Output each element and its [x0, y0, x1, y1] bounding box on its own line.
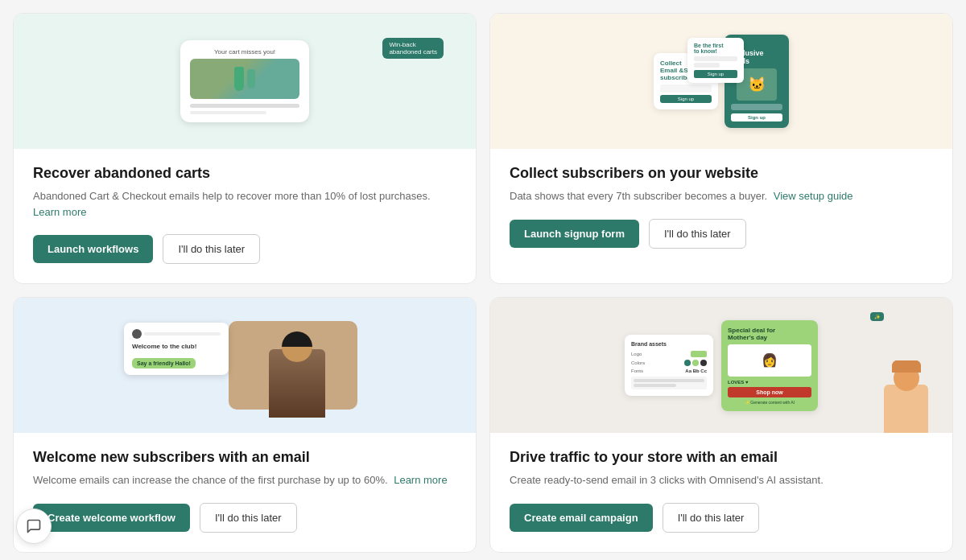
bottle2-icon — [247, 69, 255, 89]
special-deal-image: 👩 — [728, 344, 811, 377]
chat-button[interactable] — [16, 509, 52, 544]
ba-description-line — [631, 377, 707, 389]
ba-logo-preview — [691, 351, 707, 357]
do-later-button-traffic[interactable]: I'll do this later — [663, 503, 760, 533]
exclusive-input — [731, 104, 782, 110]
learn-more-link-welcome[interactable]: Learn more — [394, 474, 447, 486]
email-input-line — [694, 56, 737, 61]
traffic-person — [884, 360, 928, 433]
illus-welcome: Welcome to the club! Say a friendly Hall… — [14, 298, 476, 433]
card-actions-abandoned: Launch workflows I'll do this later — [33, 234, 456, 264]
phone-text-line — [190, 104, 299, 108]
your-email-card: Be the firstto know! Sign up — [687, 38, 744, 83]
welcome-phone-card: Welcome to the club! Say a friendly Hall… — [124, 323, 229, 375]
card-title-abandoned: Recover abandoned carts — [33, 165, 456, 182]
card-description-subscribers: Data shows that every 7th subscriber bec… — [510, 188, 933, 204]
brand-assets-panel: Brand assets Logo Colors — [625, 335, 713, 396]
traffic-person-hair — [892, 360, 921, 373]
exclusive-signup-btn: Sign up — [731, 113, 782, 121]
brand-assets-title: Brand assets — [631, 341, 707, 347]
win-back-badge: Win-backabandoned carts — [382, 38, 444, 59]
person-head — [282, 331, 312, 362]
color-dot-green — [692, 360, 699, 366]
do-later-button-subscribers[interactable]: I'll do this later — [649, 219, 746, 249]
card-content-subscribers: Collect subscribers on your website Data… — [490, 149, 952, 268]
create-welcome-workflow-button[interactable]: Create welcome workflow — [33, 504, 190, 532]
card-image-abandoned: Your cart misses you! Win-backabandoned … — [14, 14, 476, 149]
phone-line2 — [190, 111, 266, 114]
ba-line1 — [634, 379, 704, 382]
welcome-scene: Welcome to the club! Say a friendly Hall… — [116, 313, 374, 418]
card-welcome-subscribers: Welcome to the club! Say a friendly Hall… — [13, 297, 477, 553]
sub-input-email — [660, 84, 712, 93]
learn-more-link-abandoned[interactable]: Learn more — [33, 206, 86, 218]
card-actions-welcome: Create welcome workflow I'll do this lat… — [33, 503, 456, 533]
card-abandoned-carts: Your cart misses you! Win-backabandoned … — [13, 13, 477, 284]
create-email-campaign-button[interactable]: Create email campaign — [510, 504, 653, 532]
card-description-welcome: Welcome emails can increase the chance o… — [33, 472, 456, 488]
be-first-title: Be the firstto know! — [694, 43, 737, 54]
launch-signup-form-button[interactable]: Launch signup form — [510, 220, 639, 248]
loves-label: LOVES ♥ — [728, 380, 811, 385]
wp-avatar — [132, 329, 142, 339]
card-description-abandoned: Abandoned Cart & Checkout emails help to… — [33, 188, 456, 220]
special-deal-title: Special deal forMother's day — [728, 327, 811, 341]
view-setup-guide-link[interactable]: View setup guide — [774, 190, 853, 202]
traffic-person-body — [884, 385, 928, 433]
do-later-button-welcome[interactable]: I'll do this later — [200, 503, 297, 533]
ba-label-logo: Logo — [631, 352, 687, 356]
ai-content-label: ✨ Generate content with AI — [728, 400, 811, 405]
ba-row-logo: Logo — [631, 351, 707, 357]
hair — [282, 331, 312, 347]
wp-line1 — [144, 332, 221, 336]
bottle-icon — [234, 67, 244, 91]
ba-label-fonts: Fonts — [631, 369, 682, 373]
phone-input-line — [694, 63, 720, 68]
card-content-abandoned: Recover abandoned carts Abandoned Cart &… — [14, 149, 476, 283]
welcome-phone-header — [132, 329, 221, 339]
sub-signup-btn: Sign up — [660, 95, 712, 103]
card-drive-traffic: Brand assets Logo Colors — [489, 297, 953, 553]
illus-traffic: Brand assets Logo Colors — [490, 298, 952, 433]
do-later-button-abandoned[interactable]: I'll do this later — [163, 234, 260, 264]
cards-grid: Your cart misses you! Win-backabandoned … — [13, 13, 953, 553]
special-deal-panel: Special deal forMother's day 👩 LOVES ♥ S… — [721, 320, 818, 411]
card-description-traffic: Create ready-to-send email in 3 clicks w… — [510, 472, 933, 488]
ba-line2 — [634, 384, 676, 387]
person-body — [269, 349, 325, 418]
card-image-welcome: Welcome to the club! Say a friendly Hall… — [14, 298, 476, 433]
card-image-subscribers: CollectEmail &SMSsubscribers! Sign up Ge… — [490, 14, 952, 149]
cart-label: Your cart misses you! — [190, 48, 299, 56]
card-image-traffic: Brand assets Logo Colors — [490, 298, 952, 433]
card-title-traffic: Drive traffic to your store with an emai… — [510, 449, 933, 466]
card-actions-traffic: Create email campaign I'll do this later — [510, 503, 933, 533]
ba-label-colors: Colors — [631, 360, 681, 365]
ba-colors-dots — [684, 360, 707, 366]
ai-magic-badge: ✨ — [870, 312, 884, 321]
color-dot-dark — [700, 360, 707, 366]
special-deal-cta: Shop now — [728, 387, 811, 397]
card-title-subscribers: Collect subscribers on your website — [510, 165, 933, 182]
illus-subscribers: CollectEmail &SMSsubscribers! Sign up Ge… — [490, 14, 952, 149]
launch-workflows-button[interactable]: Launch workflows — [33, 235, 153, 263]
signup-mini-btn: Sign up — [694, 70, 737, 78]
ba-font-preview: Aa Bb Cc — [685, 369, 707, 373]
card-actions-subscribers: Launch signup form I'll do this later — [510, 219, 933, 249]
say-hello-badge: Say a friendly Hallo! — [132, 358, 196, 369]
card-content-welcome: Welcome new subscribers with an email We… — [14, 433, 476, 552]
chat-icon — [26, 518, 42, 534]
ba-row-colors: Colors — [631, 360, 707, 366]
phone-body-img — [190, 59, 299, 99]
ba-row-fonts: Fonts Aa Bb Cc — [631, 369, 707, 373]
phone-mockup-abandoned: Your cart misses you! — [180, 40, 309, 122]
color-dot-teal — [684, 360, 691, 366]
welcome-club-text: Welcome to the club! — [132, 343, 221, 350]
card-content-traffic: Drive traffic to your store with an emai… — [490, 433, 952, 552]
card-title-welcome: Welcome new subscribers with an email — [33, 449, 456, 466]
card-collect-subscribers: CollectEmail &SMSsubscribers! Sign up Ge… — [489, 13, 953, 284]
